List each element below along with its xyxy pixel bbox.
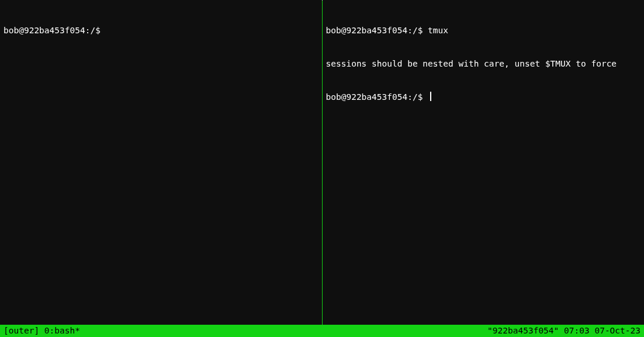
status-session-name: [outer]: [4, 325, 44, 336]
terminal-pane-right[interactable]: bob@922ba453f054:/$ tmux sessions should…: [323, 0, 645, 325]
command-text: tmux: [428, 26, 448, 35]
tmux-panes: bob@922ba453f054:/$ bob@922ba453f054:/$ …: [0, 0, 644, 325]
prompt: bob@922ba453f054:/$: [326, 26, 428, 35]
status-time: 07:03: [564, 326, 590, 335]
prompt: bob@922ba453f054:/$: [4, 26, 106, 35]
tmux-status-bar: [outer] 0:bash* "922ba453f054" 07:03 07-…: [0, 325, 644, 337]
status-date: 07-Oct-23: [594, 326, 640, 335]
prompt: bob@922ba453f054:/$: [326, 92, 428, 102]
cursor: [430, 92, 431, 101]
terminal-output: sessions should be nested with care, uns…: [326, 59, 617, 68]
status-window-list[interactable]: 0:bash*: [44, 325, 80, 336]
status-hostname: "922ba453f054": [487, 326, 559, 335]
terminal-pane-left[interactable]: bob@922ba453f054:/$: [0, 0, 322, 325]
